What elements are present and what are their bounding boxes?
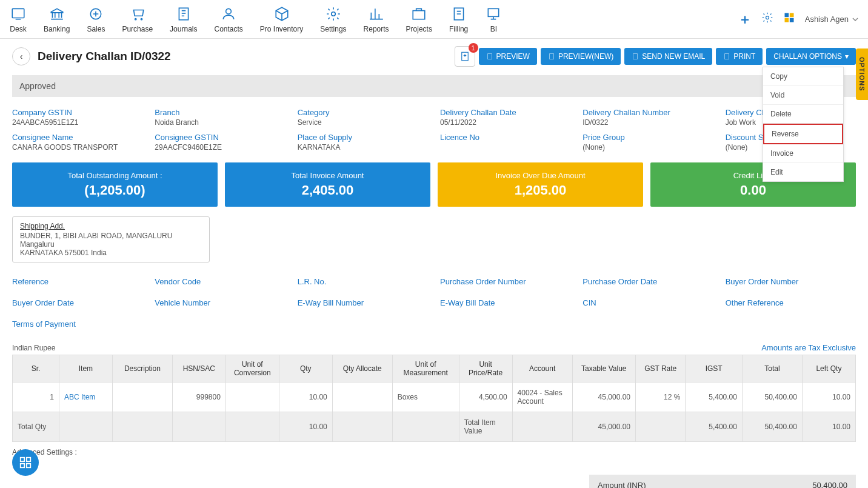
totals-igst: 5,400.00 [686,412,742,442]
nav-banking[interactable]: Banking [44,5,70,33]
ref-reference: Reference [12,277,142,286]
svg-rect-14 [790,18,794,22]
menu-edit[interactable]: Edit [763,163,843,181]
ref-terms: Terms of Payment [12,319,142,329]
table-total-row: Total Qty 10.00 Total Item Value 45,000.… [13,412,856,442]
nav-projects[interactable]: Projects [406,5,432,33]
nav-inventory[interactable]: Pro Inventory [260,5,303,33]
th-leftqty: Left Qty [802,355,855,383]
nav-contacts[interactable]: Contacts [214,5,242,33]
menu-copy[interactable]: Copy [763,67,843,86]
menu-invoice[interactable]: Invoice [763,144,843,163]
items-table: Sr. Item Description HSN/SAC Unit of Con… [12,355,856,442]
th-sr: Sr. [13,355,59,383]
cell-igst: 5,400.00 [686,383,742,412]
nav-journals[interactable]: Journals [170,5,197,33]
svg-rect-12 [790,13,794,18]
nav-sales[interactable]: Sales [87,5,105,33]
reference-grid: Reference Vendor Code L.R. No. Purchase … [12,277,856,329]
totals-itemprice: Total Item Value [459,412,512,442]
card-outstanding: Total Outstanding Amount :(1,205.00) [12,162,218,207]
ref-cin: CIN [583,298,713,307]
cell-rate: 4,500.00 [459,383,512,412]
shipping-title: Shipping Add. [20,222,202,230]
shipping-line2: KARNATAKA 575001 India [20,249,202,257]
page-body: ‹ Delivery Challan ID/0322 1 PREVIEW PRE… [0,39,868,488]
ref-other: Other Reference [726,298,856,307]
cell-uoc [225,383,279,412]
th-igst: IGST [686,355,742,383]
user-menu[interactable]: Ashish Agen [805,15,858,24]
nav-settings[interactable]: Settings [320,5,346,33]
field-dc-number: Delivery Challan NumberID/0322 [583,108,713,127]
preview-button[interactable]: PREVIEW [479,48,537,65]
menu-reverse[interactable]: Reverse [763,124,843,144]
svg-rect-16 [21,458,24,461]
nav-reports[interactable]: Reports [364,5,389,33]
adv-label: Advanced Settings : [12,448,856,456]
svg-rect-0 [12,8,24,18]
tax-note: Amounts are Tax Exclusive [761,343,856,352]
options-side-tab[interactable]: OPTIONS [856,48,868,100]
amount-row: Amount (INR) 50,400.00 [12,475,856,488]
header-actions: 1 PREVIEW PREVIEW(NEW) SEND NEW EMAIL PR… [455,46,856,67]
nav-desk[interactable]: Desk [10,5,27,33]
field-consignee-name: Consignee NameCANARA GOODS TRANSPORT [12,133,142,152]
top-nav: Desk Banking Sales Purchase Journals Con… [0,0,868,39]
table-row: 1 ABC Item 999800 10.00 Boxes 4,500.00 4… [13,383,856,412]
field-consignee-gstin: Consignee GSTIN29AACFC9460E1ZE [155,133,285,152]
svg-point-5 [226,8,232,14]
field-company-gstin: Company GSTIN24AABCA5951E1Z1 [12,108,142,127]
purchase-icon [129,5,146,22]
shipping-line1: BUNDER, 1, BIBI ALABI ROAD, MANGALURU Ma… [20,232,202,249]
th-qtya: Qty Allocate [332,355,392,383]
print-button[interactable]: PRINT [716,48,763,65]
th-taxable: Taxable Value [572,355,635,383]
ref-vehicle-no: Vehicle Number [155,298,285,307]
meta-grid: Company GSTIN24AABCA5951E1Z1 BranchNoida… [12,108,856,152]
cell-item[interactable]: ABC Item [59,383,112,412]
field-branch: BranchNoida Branch [155,108,285,127]
fab-apps[interactable] [12,449,39,476]
summary-cards: Total Outstanding Amount :(1,205.00) Tot… [12,162,856,207]
cell-gstrate: 12 % [636,383,686,412]
challan-options-button[interactable]: CHALLAN OPTIONS ▾ [766,48,856,65]
ref-eway-no: E-Way Bill Number [298,298,428,307]
plus-icon[interactable]: ＋ [738,10,752,28]
cell-qtya [332,383,392,412]
svg-point-2 [135,18,136,19]
card-overdue: Invoice Over Due Amount1,205.00 [438,162,643,207]
gear-icon[interactable] [761,12,773,27]
svg-rect-17 [27,458,30,461]
cell-taxable: 45,000.00 [572,383,635,412]
th-uom: Unit of Measurement [392,355,459,383]
totals-qty: 10.00 [279,412,332,442]
nav-bi[interactable]: BI [485,5,502,33]
apps-icon[interactable] [783,12,795,27]
ref-lr-no: L.R. No. [298,277,428,286]
menu-void[interactable]: Void [763,86,843,105]
nav-purchase[interactable]: Purchase [122,5,153,33]
filling-icon [450,5,467,22]
contacts-icon [220,5,237,22]
field-price-group: Price Group(None) [583,133,713,152]
send-email-button[interactable]: SEND NEW EMAIL [624,48,712,65]
reports-icon [368,5,385,22]
svg-rect-19 [27,464,30,467]
menu-delete[interactable]: Delete [763,105,843,124]
back-button[interactable]: ‹ [12,47,30,65]
attachment-button[interactable]: 1 [455,46,475,67]
attachment-badge: 1 [469,43,478,53]
preview-new-button[interactable]: PREVIEW(NEW) [541,48,621,65]
ref-po-number: Purchase Order Number [440,277,570,286]
th-total: Total [742,355,802,383]
card-invoice: Total Invoice Amount2,405.00 [225,162,430,207]
th-desc: Description [112,355,172,383]
currency-row: Indian Rupee Amounts are Tax Exclusive [12,343,856,352]
ref-vendor-code: Vendor Code [155,277,285,286]
field-category: CategoryService [298,108,428,127]
nav-filling[interactable]: Filling [449,5,468,33]
svg-point-10 [766,16,769,19]
totals-leftqty: 10.00 [802,412,855,442]
totals-taxable: 45,000.00 [572,412,635,442]
